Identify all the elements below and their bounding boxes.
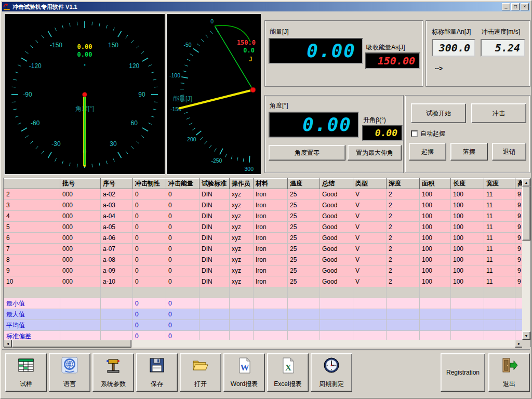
test-start-button[interactable]: 试验开始 xyxy=(411,103,466,123)
table-cell[interactable]: 000 xyxy=(60,276,101,287)
table-row[interactable]: 3000a-0300DINxyzIron25GoodV2100100119 xyxy=(4,200,524,211)
table-cell[interactable]: 2 xyxy=(387,211,420,222)
summary-cell[interactable] xyxy=(254,331,288,340)
table-cell[interactable]: 100 xyxy=(420,222,451,233)
table-cell[interactable]: 0 xyxy=(133,276,166,287)
table-cell[interactable]: 000 xyxy=(60,233,101,244)
column-header[interactable]: 深度 xyxy=(387,179,420,189)
table-cell[interactable]: 25 xyxy=(288,244,320,255)
summary-cell[interactable] xyxy=(353,320,387,331)
summary-toughness-value[interactable]: 0 xyxy=(133,309,166,320)
table-cell[interactable]: 0 xyxy=(166,265,200,276)
summary-cell[interactable] xyxy=(484,298,515,309)
table-cell[interactable]: V xyxy=(353,255,387,265)
release-pin-button[interactable]: 退销 xyxy=(492,143,526,161)
summary-cell[interactable] xyxy=(353,331,387,340)
table-cell[interactable]: 2 xyxy=(387,233,420,244)
summary-cell[interactable] xyxy=(230,298,254,309)
table-row[interactable]: 6000a-0600DINxyzIron25GoodV2100100119 xyxy=(4,233,524,244)
summary-cell[interactable] xyxy=(353,309,387,320)
table-cell[interactable]: DIN xyxy=(200,233,230,244)
table-cell[interactable]: 100 xyxy=(451,265,484,276)
table-cell[interactable]: 100 xyxy=(420,255,451,265)
table-cell[interactable]: 11 xyxy=(484,233,515,244)
table-cell[interactable]: a-06 xyxy=(101,233,133,244)
row-header[interactable]: 2 xyxy=(4,189,60,200)
drop-pendulum-button[interactable]: 落摆 xyxy=(450,143,488,161)
table-cell[interactable]: 000 xyxy=(60,265,101,276)
vertical-scrollbar[interactable]: ▲ ▼ xyxy=(522,178,530,340)
summary-cell[interactable] xyxy=(451,331,484,340)
table-cell[interactable]: Iron xyxy=(254,276,288,287)
summary-cell[interactable] xyxy=(288,309,320,320)
angle-zero-button[interactable]: 角度置零 xyxy=(269,145,345,161)
table-cell[interactable]: 25 xyxy=(288,265,320,276)
row-header[interactable]: 5 xyxy=(4,222,60,233)
table-cell[interactable]: 000 xyxy=(60,211,101,222)
column-header[interactable]: 批号 xyxy=(60,179,101,189)
row-header[interactable]: 6 xyxy=(4,233,60,244)
summary-cell[interactable] xyxy=(451,320,484,331)
table-cell[interactable]: Iron xyxy=(254,233,288,244)
summary-cell[interactable] xyxy=(420,331,451,340)
column-header[interactable]: 宽度 xyxy=(484,179,515,189)
column-header[interactable]: 类型 xyxy=(353,179,387,189)
column-header[interactable]: 序号 xyxy=(101,179,133,189)
table-cell[interactable]: 100 xyxy=(451,189,484,200)
table-cell[interactable]: Good xyxy=(320,244,353,255)
summary-cell[interactable] xyxy=(288,331,320,340)
title-bar[interactable]: 冲击试验机专用软件 V1.1 _ □ × xyxy=(2,2,530,11)
summary-row[interactable]: 平均值00 xyxy=(4,320,524,331)
table-cell[interactable]: Iron xyxy=(254,189,288,200)
table-cell[interactable]: 2 xyxy=(387,276,420,287)
table-cell[interactable]: 000 xyxy=(60,189,101,200)
summary-energy-value[interactable]: 0 xyxy=(166,309,200,320)
summary-cell[interactable] xyxy=(230,309,254,320)
table-cell[interactable]: a-04 xyxy=(101,211,133,222)
table-cell[interactable]: Good xyxy=(320,200,353,211)
table-cell[interactable]: 100 xyxy=(420,211,451,222)
table-cell[interactable]: xyz xyxy=(230,222,254,233)
table-cell[interactable]: 2 xyxy=(387,222,420,233)
summary-row[interactable]: 最小值00 xyxy=(4,298,524,309)
table-cell[interactable]: 2 xyxy=(387,244,420,255)
summary-cell[interactable] xyxy=(353,298,387,309)
table-row[interactable]: 7000a-0700DINxyzIron25GoodV2100100119 xyxy=(4,244,524,255)
specimen-button[interactable]: 试样 xyxy=(5,353,47,392)
raise-pendulum-button[interactable]: 起摆 xyxy=(409,143,446,161)
table-cell[interactable]: Good xyxy=(320,189,353,200)
table-cell[interactable]: a-02 xyxy=(101,189,133,200)
row-header[interactable]: 7 xyxy=(4,244,60,255)
summary-cell[interactable] xyxy=(320,331,353,340)
table-cell[interactable]: xyz xyxy=(230,255,254,265)
summary-cell[interactable] xyxy=(320,320,353,331)
table-cell[interactable]: Iron xyxy=(254,244,288,255)
corner-header[interactable] xyxy=(4,179,60,189)
summary-cell[interactable] xyxy=(484,320,515,331)
column-header[interactable]: 冲击韧性 xyxy=(133,179,166,189)
summary-toughness-value[interactable]: 0 xyxy=(133,331,166,340)
summary-label[interactable]: 标准偏差 xyxy=(4,331,60,340)
table-cell[interactable]: 0 xyxy=(133,265,166,276)
table-cell[interactable]: 25 xyxy=(288,255,320,265)
table-cell[interactable]: 0 xyxy=(166,222,200,233)
table-cell[interactable]: 11 xyxy=(484,211,515,222)
table-row[interactable]: 8000a-0800DINxyzIron25GoodV2100100119 xyxy=(4,255,524,265)
summary-cell[interactable] xyxy=(451,298,484,309)
table-cell[interactable]: 0 xyxy=(166,233,200,244)
scroll-up-icon[interactable]: ▲ xyxy=(522,178,530,187)
language-button[interactable]: 语言 xyxy=(49,353,90,392)
table-cell[interactable]: a-05 xyxy=(101,222,133,233)
column-header[interactable]: 材料 xyxy=(254,179,288,189)
table-cell[interactable]: Iron xyxy=(254,211,288,222)
table-row[interactable]: 10000a-1000DINxyzIron25GoodV2100100119 xyxy=(4,276,524,287)
summary-cell[interactable] xyxy=(254,298,288,309)
summary-row[interactable]: 最大值00 xyxy=(4,309,524,320)
table-cell[interactable]: V xyxy=(353,244,387,255)
summary-toughness-value[interactable]: 0 xyxy=(133,320,166,331)
table-cell[interactable]: 25 xyxy=(288,211,320,222)
table-cell[interactable]: xyz xyxy=(230,276,254,287)
column-header[interactable]: 温度 xyxy=(288,179,320,189)
summary-cell[interactable] xyxy=(101,320,133,331)
summary-energy-value[interactable]: 0 xyxy=(166,298,200,309)
